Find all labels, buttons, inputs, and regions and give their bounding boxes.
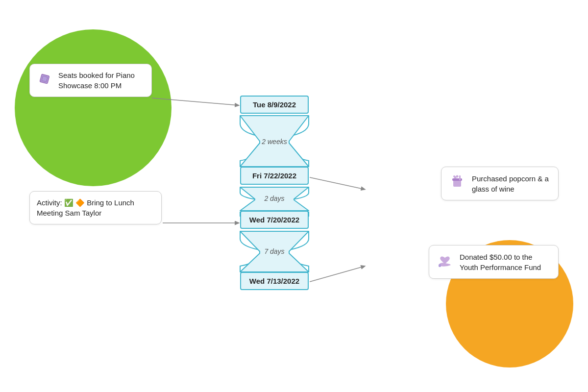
- svg-rect-0: [40, 74, 49, 84]
- svg-point-6: [456, 175, 459, 178]
- popcorn-text: Purchased popcorn & a glass of wine: [472, 173, 551, 194]
- activity-callout: Activity: ✅ 🔶 Bring to Lunch Meeting Sam…: [29, 191, 162, 224]
- activity-prefix: Activity:: [37, 198, 64, 207]
- date-box-2: Fri 7/22/2022: [240, 167, 309, 185]
- svg-line-12: [310, 267, 362, 282]
- seats-text: Seats booked for Piano Showcase 8:00 PM: [58, 70, 145, 91]
- svg-point-7: [453, 175, 455, 177]
- date-4-label: Wed 7/13/2022: [249, 277, 299, 285]
- ticket-icon: [37, 71, 52, 90]
- date-3-label: Wed 7/20/2022: [249, 216, 299, 224]
- svg-rect-2: [453, 180, 461, 187]
- donation-icon: [436, 251, 454, 272]
- svg-text:7 days: 7 days: [264, 247, 284, 255]
- svg-rect-4: [459, 175, 461, 180]
- green-background-circle: [15, 29, 172, 186]
- check-emoji: ✅: [64, 198, 74, 207]
- svg-marker-17: [240, 187, 309, 211]
- date-1-label: Tue 8/9/2022: [253, 100, 296, 109]
- svg-text:2 weeks: 2 weeks: [261, 138, 287, 146]
- svg-marker-15: [240, 116, 309, 167]
- svg-rect-8: [439, 264, 441, 267]
- seats-callout: Seats booked for Piano Showcase 8:00 PM: [29, 64, 152, 97]
- activity-text: Activity: ✅ 🔶 Bring to Lunch Meeting Sam…: [37, 197, 154, 218]
- date-2-label: Fri 7/22/2022: [252, 172, 296, 180]
- date-box-1: Tue 8/9/2022: [240, 96, 309, 114]
- svg-marker-19: [240, 231, 309, 272]
- date-box-3: Wed 7/20/2022: [240, 211, 309, 229]
- svg-line-11: [310, 177, 362, 189]
- donated-text: Donated $50.00 to the Youth Performance …: [460, 252, 551, 272]
- donated-callout: Donated $50.00 to the Youth Performance …: [429, 245, 559, 279]
- date-box-4: Wed 7/13/2022: [240, 272, 309, 290]
- popcorn-callout: Purchased popcorn & a glass of wine: [441, 167, 559, 200]
- diamond-emoji: 🔶: [75, 198, 85, 207]
- food-icon: [448, 173, 466, 194]
- svg-text:2 days: 2 days: [264, 195, 284, 202]
